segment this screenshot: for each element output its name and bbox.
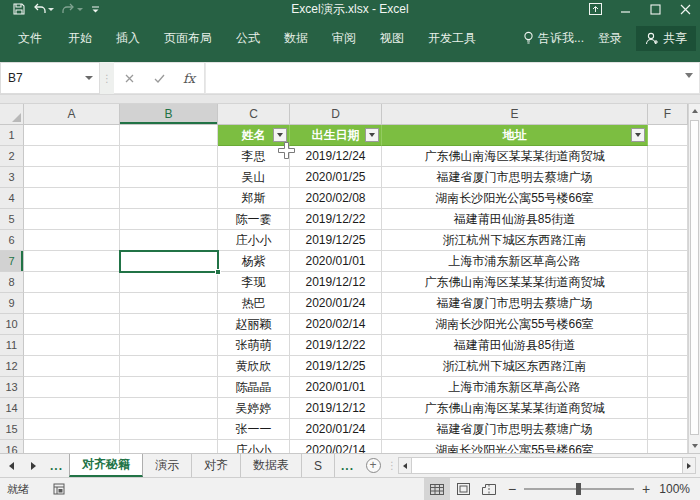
cell-A3[interactable]: [24, 167, 120, 188]
cell-D10[interactable]: 2020/02/14: [290, 314, 382, 335]
cell-E5[interactable]: 福建莆田仙游县85街道: [382, 209, 648, 230]
ribbon-tab-公式[interactable]: 公式: [224, 18, 272, 58]
cell-B14[interactable]: [120, 398, 218, 419]
cell-C12[interactable]: 黄欣欣: [218, 356, 290, 377]
zoom-slider[interactable]: [524, 488, 634, 490]
cell-A1[interactable]: [24, 125, 120, 146]
cell-E3[interactable]: 福建省厦门市思明去蔡塘广场: [382, 167, 648, 188]
zoom-in-button[interactable]: +: [636, 481, 656, 497]
cell-E11[interactable]: 福建莆田仙游县85街道: [382, 335, 648, 356]
cell-D16[interactable]: 2020/02/14: [290, 440, 382, 453]
cell-D2[interactable]: 2019/12/24: [290, 146, 382, 167]
cell-A8[interactable]: [24, 272, 120, 293]
cell-B13[interactable]: [120, 377, 218, 398]
cell-E14[interactable]: 广东佛山南海区某某某街道商贸城: [382, 398, 648, 419]
ribbon-tab-视图[interactable]: 视图: [368, 18, 416, 58]
cell-D11[interactable]: 2019/12/22: [290, 335, 382, 356]
cell-C14[interactable]: 吴婷婷: [218, 398, 290, 419]
cell-C1[interactable]: 姓名: [218, 125, 290, 146]
cell-F16[interactable]: [648, 440, 688, 453]
row-header-14[interactable]: 14: [0, 398, 24, 419]
cell-E10[interactable]: 湖南长沙阳光公寓55号楼66室: [382, 314, 648, 335]
cell-A6[interactable]: [24, 230, 120, 251]
zoom-slider-handle[interactable]: [576, 483, 581, 495]
cell-D13[interactable]: 2020/01/01: [290, 377, 382, 398]
cell-F12[interactable]: [648, 356, 688, 377]
cell-C13[interactable]: 陈晶晶: [218, 377, 290, 398]
sheet-overflow-left[interactable]: ...: [44, 454, 69, 477]
ribbon-tab-开始[interactable]: 开始: [56, 18, 104, 58]
column-header-F[interactable]: F: [648, 104, 688, 125]
cell-B10[interactable]: [120, 314, 218, 335]
select-all-button[interactable]: [0, 104, 24, 125]
row-header-2[interactable]: 2: [0, 146, 24, 167]
cell-C3[interactable]: 吴山: [218, 167, 290, 188]
cell-E7[interactable]: 上海市浦东新区草高公路: [382, 251, 648, 272]
share-button[interactable]: 共享: [636, 26, 696, 51]
column-header-B[interactable]: B: [120, 104, 218, 125]
sign-in-button[interactable]: 登录: [594, 18, 626, 58]
column-header-D[interactable]: D: [290, 104, 382, 125]
filter-dropdown-button[interactable]: [631, 128, 645, 142]
name-box-dropdown-icon[interactable]: [85, 76, 93, 80]
cell-B11[interactable]: [120, 335, 218, 356]
cell-E4[interactable]: 湖南长沙阳光公寓55号楼66室: [382, 188, 648, 209]
cancel-entry-button[interactable]: [114, 74, 144, 83]
cell-B3[interactable]: [120, 167, 218, 188]
name-box[interactable]: B7: [0, 62, 100, 94]
cell-B12[interactable]: [120, 356, 218, 377]
cell-C5[interactable]: 陈一霎: [218, 209, 290, 230]
horizontal-scrollbar[interactable]: [398, 457, 696, 474]
row-header-5[interactable]: 5: [0, 209, 24, 230]
zoom-level[interactable]: 100%: [656, 482, 700, 496]
cell-E2[interactable]: 广东佛山南海区某某某街道商贸城: [382, 146, 648, 167]
cell-B4[interactable]: [120, 188, 218, 209]
cell-C11[interactable]: 张萌萌: [218, 335, 290, 356]
redo-dropdown-icon[interactable]: [77, 8, 83, 11]
next-sheet-button[interactable]: [22, 454, 44, 477]
cell-C10[interactable]: 赵丽颖: [218, 314, 290, 335]
formula-input[interactable]: [205, 62, 700, 94]
sheet-tab-演示[interactable]: 演示: [143, 454, 192, 477]
cell-B15[interactable]: [120, 419, 218, 440]
column-header-A[interactable]: A: [24, 104, 120, 125]
cell-F7[interactable]: [648, 251, 688, 272]
tell-me-button[interactable]: 告诉我...: [523, 30, 584, 47]
row-header-16[interactable]: 16: [0, 440, 24, 453]
cell-B2[interactable]: [120, 146, 218, 167]
row-header-9[interactable]: 9: [0, 293, 24, 314]
cell-D12[interactable]: 2019/12/25: [290, 356, 382, 377]
row-header-7[interactable]: 7: [0, 251, 24, 272]
cell-F5[interactable]: [648, 209, 688, 230]
cell-C6[interactable]: 庄小小: [218, 230, 290, 251]
cell-D14[interactable]: 2019/12/12: [290, 398, 382, 419]
undo-dropdown-icon[interactable]: [48, 8, 54, 11]
cell-A4[interactable]: [24, 188, 120, 209]
scroll-left-icon[interactable]: [398, 457, 412, 474]
cell-D5[interactable]: 2019/12/22: [290, 209, 382, 230]
minimize-button[interactable]: [610, 0, 640, 18]
close-button[interactable]: [670, 0, 700, 18]
cell-C9[interactable]: 热巴: [218, 293, 290, 314]
cell-D8[interactable]: 2019/12/12: [290, 272, 382, 293]
cell-C15[interactable]: 张一一: [218, 419, 290, 440]
cell-E15[interactable]: 福建省厦门市思明去蔡塘广场: [382, 419, 648, 440]
customize-qat-button[interactable]: [88, 1, 103, 17]
cell-B5[interactable]: [120, 209, 218, 230]
cell-F3[interactable]: [648, 167, 688, 188]
cell-F11[interactable]: [648, 335, 688, 356]
sheet-tab-对齐[interactable]: 对齐: [192, 454, 241, 477]
cell-A15[interactable]: [24, 419, 120, 440]
insert-function-button[interactable]: fx: [174, 71, 204, 86]
cell-F10[interactable]: [648, 314, 688, 335]
page-break-preview-button[interactable]: [476, 478, 502, 500]
cell-B6[interactable]: [120, 230, 218, 251]
cell-C7[interactable]: 杨紫: [218, 251, 290, 272]
cell-F13[interactable]: [648, 377, 688, 398]
vertical-scrollbar-thumb[interactable]: [690, 120, 699, 435]
cell-D1[interactable]: 出生日期: [290, 125, 382, 146]
cell-F4[interactable]: [648, 188, 688, 209]
cell-D3[interactable]: 2020/01/25: [290, 167, 382, 188]
cell-E9[interactable]: 福建省厦门市思明去蔡塘广场: [382, 293, 648, 314]
ribbon-tab-页面布局[interactable]: 页面布局: [152, 18, 224, 58]
